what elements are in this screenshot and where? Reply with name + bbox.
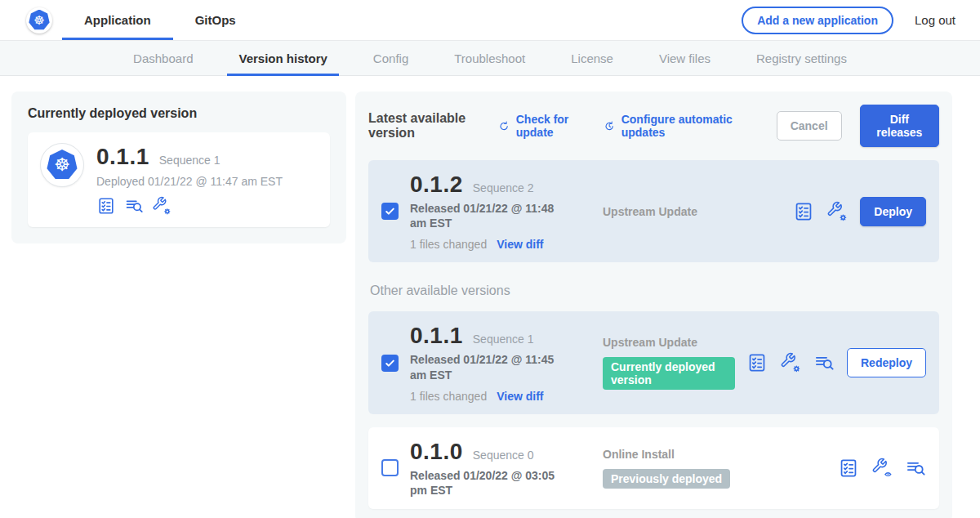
top-navbar: ☸ Application GitOps Add a new applicati… <box>0 0 980 41</box>
version-sequence: Sequence 1 <box>473 333 534 346</box>
redeploy-button[interactable]: Redeploy <box>847 348 926 377</box>
view-logs-icon[interactable] <box>813 352 835 373</box>
version-sequence: Sequence 0 <box>473 449 534 462</box>
version-row-0-1-2: 0.1.2 Sequence 2 Released 01/21/22 @ 11:… <box>368 160 939 262</box>
release-notes-icon[interactable] <box>96 196 116 216</box>
version-number: 0.1.0 <box>410 439 463 465</box>
refresh-icon <box>498 118 510 134</box>
subnav-view-files[interactable]: View files <box>636 41 733 75</box>
view-config-icon[interactable] <box>871 458 893 479</box>
deployed-timestamp: Deployed 01/21/22 @ 11:47 am EST <box>96 175 283 188</box>
edit-config-icon[interactable] <box>826 201 848 222</box>
deployed-sequence: Sequence 1 <box>159 154 220 167</box>
view-diff-link[interactable]: View diff <box>497 390 543 403</box>
released-timestamp: Released 01/20/22 @ 03:05 pm EST <box>410 468 570 498</box>
files-changed: 1 files changed <box>410 238 487 251</box>
available-versions-header: Latest available version Check for updat… <box>368 105 939 147</box>
view-logs-icon[interactable] <box>905 458 926 479</box>
version-row-0-1-1: 0.1.1 Sequence 1 Released 01/21/22 @ 11:… <box>368 311 939 413</box>
tab-gitops-label: GitOps <box>195 13 236 27</box>
released-timestamp: Released 01/21/22 @ 11:48 am EST <box>410 201 570 230</box>
edit-config-icon[interactable] <box>152 196 172 216</box>
view-logs-icon[interactable] <box>124 196 144 216</box>
subnav-license[interactable]: License <box>548 41 636 75</box>
currently-deployed-badge: Currently deployed version <box>603 357 735 390</box>
checkmark-icon <box>383 356 397 370</box>
version-source: Upstream Update <box>603 205 782 218</box>
edit-config-icon[interactable] <box>780 352 801 373</box>
released-timestamp: Released 01/21/22 @ 11:45 am EST <box>410 352 570 382</box>
release-notes-icon[interactable] <box>746 352 768 373</box>
deploy-button[interactable]: Deploy <box>860 197 926 226</box>
primary-tabs: Application GitOps <box>62 0 258 40</box>
version-checkbox[interactable] <box>381 459 399 476</box>
tab-application[interactable]: Application <box>62 0 173 40</box>
subnav-version-history[interactable]: Version history <box>216 41 350 75</box>
version-row-0-1-0: 0.1.0 Sequence 0 Released 01/20/22 @ 03:… <box>368 427 939 509</box>
version-number: 0.1.1 <box>410 323 463 349</box>
tab-application-label: Application <box>84 13 151 27</box>
kubernetes-icon: ☸ <box>47 150 78 181</box>
version-source: Upstream Update <box>603 336 735 349</box>
previously-deployed-badge: Previously deployed <box>603 469 730 489</box>
view-diff-link[interactable]: View diff <box>497 238 543 251</box>
currently-deployed-title: Currently deployed version <box>28 106 330 121</box>
subnav-dashboard[interactable]: Dashboard <box>110 41 216 75</box>
auto-update-clock-icon <box>604 118 615 134</box>
subnav-registry-settings[interactable]: Registry settings <box>733 41 870 75</box>
version-checkbox[interactable] <box>381 355 399 372</box>
deployed-version-number: 0.1.1 <box>96 144 149 170</box>
configure-automatic-updates-link[interactable]: Configure automatic updates <box>604 113 740 139</box>
diff-releases-button[interactable]: Diff releases <box>860 105 939 147</box>
available-versions-panel: Latest available version Check for updat… <box>355 92 952 518</box>
subnav-config[interactable]: Config <box>350 41 431 75</box>
check-for-update-link[interactable]: Check for update <box>498 113 586 139</box>
app-icon-badge: ☸ <box>41 144 83 186</box>
other-versions-label: Other available versions <box>370 284 939 298</box>
checkmark-icon <box>383 204 397 218</box>
release-notes-icon[interactable] <box>838 458 859 479</box>
tab-gitops[interactable]: GitOps <box>173 0 258 40</box>
navbar-right: Add a new application Log out <box>742 7 956 34</box>
files-changed: 1 files changed <box>410 390 487 403</box>
deployed-version-card: ☸ 0.1.1 Sequence 1 Deployed 01/21/22 @ 1… <box>28 132 330 227</box>
add-application-button[interactable]: Add a new application <box>742 7 893 34</box>
kubernetes-icon: ☸ <box>29 10 50 31</box>
version-number: 0.1.2 <box>410 172 463 198</box>
latest-available-title: Latest available version <box>368 111 480 141</box>
app-subnav: Dashboard Version history Config Trouble… <box>0 41 980 76</box>
version-source: Online Install <box>603 448 826 461</box>
currently-deployed-panel: Currently deployed version ☸ 0.1.1 Seque… <box>11 92 346 243</box>
cancel-button[interactable]: Cancel <box>777 111 842 141</box>
version-checkbox[interactable] <box>381 203 399 220</box>
release-notes-icon[interactable] <box>793 201 814 222</box>
kubernetes-logo: ☸ <box>26 7 52 33</box>
version-sequence: Sequence 2 <box>473 181 534 194</box>
subnav-troubleshoot[interactable]: Troubleshoot <box>431 41 548 75</box>
logout-link[interactable]: Log out <box>915 13 956 27</box>
main-content: Currently deployed version ☸ 0.1.1 Seque… <box>0 76 980 518</box>
